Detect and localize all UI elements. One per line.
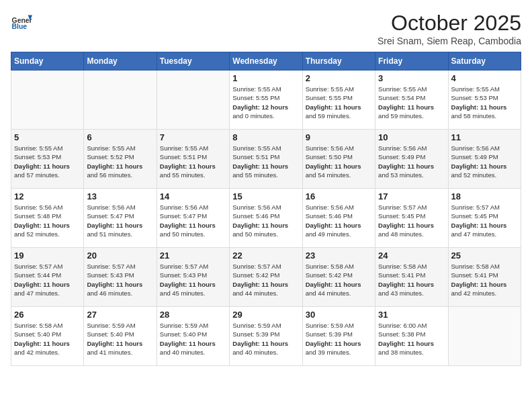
day-number: 22 xyxy=(232,250,299,261)
calendar-cell: 6Sunrise: 5:55 AMSunset: 5:52 PMDaylight… xyxy=(84,130,157,189)
calendar-cell xyxy=(84,71,157,130)
day-info: Sunrise: 6:00 AMSunset: 5:38 PMDaylight:… xyxy=(378,321,445,357)
calendar-cell: 10Sunrise: 5:56 AMSunset: 5:49 PMDayligh… xyxy=(375,130,448,189)
day-info: Sunrise: 5:57 AMSunset: 5:42 PMDaylight:… xyxy=(232,262,299,298)
day-info: Sunrise: 5:57 AMSunset: 5:45 PMDaylight:… xyxy=(378,203,445,238)
calendar-cell: 29Sunrise: 5:59 AMSunset: 5:39 PMDayligh… xyxy=(230,307,302,366)
day-info: Sunrise: 5:55 AMSunset: 5:55 PMDaylight:… xyxy=(232,85,299,120)
day-info: Sunrise: 5:58 AMSunset: 5:42 PMDaylight:… xyxy=(306,262,372,298)
day-number: 20 xyxy=(87,250,153,261)
day-number: 16 xyxy=(306,191,372,201)
day-info: Sunrise: 5:56 AMSunset: 5:48 PMDaylight:… xyxy=(14,203,81,238)
day-info: Sunrise: 5:55 AMSunset: 5:53 PMDaylight:… xyxy=(14,144,81,179)
day-info: Sunrise: 5:56 AMSunset: 5:49 PMDaylight:… xyxy=(451,144,518,179)
day-info: Sunrise: 5:55 AMSunset: 5:53 PMDaylight:… xyxy=(451,85,518,120)
calendar-title: October 2025 xyxy=(378,11,521,36)
day-number: 24 xyxy=(378,250,445,261)
col-wednesday: Wednesday xyxy=(230,52,302,71)
calendar-cell: 24Sunrise: 5:58 AMSunset: 5:41 PMDayligh… xyxy=(375,248,448,307)
day-info: Sunrise: 5:59 AMSunset: 5:39 PMDaylight:… xyxy=(306,321,372,357)
day-info: Sunrise: 5:59 AMSunset: 5:39 PMDaylight:… xyxy=(232,321,299,357)
day-number: 27 xyxy=(87,310,153,320)
calendar-cell: 12Sunrise: 5:56 AMSunset: 5:48 PMDayligh… xyxy=(11,189,84,248)
calendar-cell: 28Sunrise: 5:59 AMSunset: 5:40 PMDayligh… xyxy=(157,307,229,366)
calendar-cell: 5Sunrise: 5:55 AMSunset: 5:53 PMDaylight… xyxy=(11,130,84,189)
calendar-cell: 2Sunrise: 5:55 AMSunset: 5:55 PMDaylight… xyxy=(302,71,375,130)
calendar-cell: 16Sunrise: 5:56 AMSunset: 5:46 PMDayligh… xyxy=(302,189,375,248)
header-row: Sunday Monday Tuesday Wednesday Thursday… xyxy=(11,52,521,71)
calendar-table: Sunday Monday Tuesday Wednesday Thursday… xyxy=(11,52,521,366)
day-number: 2 xyxy=(306,73,372,83)
col-monday: Monday xyxy=(84,52,157,71)
logo: General Blue xyxy=(11,11,32,32)
day-info: Sunrise: 5:55 AMSunset: 5:52 PMDaylight:… xyxy=(87,144,153,179)
day-info: Sunrise: 5:56 AMSunset: 5:49 PMDaylight:… xyxy=(378,144,445,179)
calendar-week-2: 5Sunrise: 5:55 AMSunset: 5:53 PMDaylight… xyxy=(11,130,521,189)
col-tuesday: Tuesday xyxy=(157,52,229,71)
calendar-week-4: 19Sunrise: 5:57 AMSunset: 5:44 PMDayligh… xyxy=(11,248,521,307)
day-number: 13 xyxy=(87,191,153,201)
calendar-cell: 27Sunrise: 5:59 AMSunset: 5:40 PMDayligh… xyxy=(84,307,157,366)
day-info: Sunrise: 5:56 AMSunset: 5:47 PMDaylight:… xyxy=(160,203,226,238)
page-header: General Blue October 2025 Srei Snam, Sie… xyxy=(11,11,521,46)
calendar-cell: 23Sunrise: 5:58 AMSunset: 5:42 PMDayligh… xyxy=(302,248,375,307)
col-friday: Friday xyxy=(375,52,448,71)
day-number: 15 xyxy=(232,191,299,201)
calendar-cell: 30Sunrise: 5:59 AMSunset: 5:39 PMDayligh… xyxy=(302,307,375,366)
day-number: 25 xyxy=(451,250,518,261)
day-info: Sunrise: 5:57 AMSunset: 5:43 PMDaylight:… xyxy=(87,262,153,298)
day-info: Sunrise: 5:55 AMSunset: 5:55 PMDaylight:… xyxy=(306,85,372,120)
day-number: 4 xyxy=(451,73,518,83)
calendar-cell: 31Sunrise: 6:00 AMSunset: 5:38 PMDayligh… xyxy=(375,307,448,366)
day-number: 3 xyxy=(378,73,445,83)
calendar-cell: 18Sunrise: 5:57 AMSunset: 5:45 PMDayligh… xyxy=(448,189,521,248)
day-number: 6 xyxy=(87,132,153,142)
day-number: 19 xyxy=(14,250,81,261)
day-number: 5 xyxy=(14,132,81,142)
calendar-cell xyxy=(11,71,84,130)
day-info: Sunrise: 5:55 AMSunset: 5:54 PMDaylight:… xyxy=(378,85,445,120)
calendar-cell: 14Sunrise: 5:56 AMSunset: 5:47 PMDayligh… xyxy=(157,189,229,248)
calendar-cell xyxy=(157,71,229,130)
day-info: Sunrise: 5:55 AMSunset: 5:51 PMDaylight:… xyxy=(160,144,226,179)
day-info: Sunrise: 5:57 AMSunset: 5:45 PMDaylight:… xyxy=(451,203,518,238)
svg-text:Blue: Blue xyxy=(12,23,28,30)
day-number: 30 xyxy=(306,310,372,320)
title-block: October 2025 Srei Snam, Siem Reap, Cambo… xyxy=(378,11,521,46)
col-sunday: Sunday xyxy=(11,52,84,71)
calendar-cell: 26Sunrise: 5:58 AMSunset: 5:40 PMDayligh… xyxy=(11,307,84,366)
day-info: Sunrise: 5:58 AMSunset: 5:40 PMDaylight:… xyxy=(14,321,81,357)
calendar-cell: 22Sunrise: 5:57 AMSunset: 5:42 PMDayligh… xyxy=(230,248,302,307)
calendar-cell: 21Sunrise: 5:57 AMSunset: 5:43 PMDayligh… xyxy=(157,248,229,307)
logo-icon: General Blue xyxy=(11,11,32,32)
day-info: Sunrise: 5:56 AMSunset: 5:50 PMDaylight:… xyxy=(306,144,372,179)
calendar-cell: 7Sunrise: 5:55 AMSunset: 5:51 PMDaylight… xyxy=(157,130,229,189)
day-info: Sunrise: 5:56 AMSunset: 5:46 PMDaylight:… xyxy=(306,203,372,238)
calendar-cell: 4Sunrise: 5:55 AMSunset: 5:53 PMDaylight… xyxy=(448,71,521,130)
day-number: 28 xyxy=(160,310,226,320)
day-info: Sunrise: 5:58 AMSunset: 5:41 PMDaylight:… xyxy=(378,262,445,298)
calendar-cell: 17Sunrise: 5:57 AMSunset: 5:45 PMDayligh… xyxy=(375,189,448,248)
col-thursday: Thursday xyxy=(302,52,375,71)
day-number: 17 xyxy=(378,191,445,201)
day-info: Sunrise: 5:56 AMSunset: 5:47 PMDaylight:… xyxy=(87,203,153,238)
day-info: Sunrise: 5:55 AMSunset: 5:51 PMDaylight:… xyxy=(232,144,299,179)
calendar-week-1: 1Sunrise: 5:55 AMSunset: 5:55 PMDaylight… xyxy=(11,71,521,130)
day-number: 11 xyxy=(451,132,518,142)
calendar-cell: 1Sunrise: 5:55 AMSunset: 5:55 PMDaylight… xyxy=(230,71,302,130)
col-saturday: Saturday xyxy=(448,52,521,71)
calendar-cell: 9Sunrise: 5:56 AMSunset: 5:50 PMDaylight… xyxy=(302,130,375,189)
day-info: Sunrise: 5:59 AMSunset: 5:40 PMDaylight:… xyxy=(87,321,153,357)
calendar-week-3: 12Sunrise: 5:56 AMSunset: 5:48 PMDayligh… xyxy=(11,189,521,248)
day-number: 26 xyxy=(14,310,81,320)
day-number: 12 xyxy=(14,191,81,201)
calendar-cell xyxy=(448,307,521,366)
day-number: 21 xyxy=(160,250,226,261)
day-number: 10 xyxy=(378,132,445,142)
day-number: 9 xyxy=(306,132,372,142)
calendar-cell: 20Sunrise: 5:57 AMSunset: 5:43 PMDayligh… xyxy=(84,248,157,307)
calendar-cell: 3Sunrise: 5:55 AMSunset: 5:54 PMDaylight… xyxy=(375,71,448,130)
calendar-cell: 11Sunrise: 5:56 AMSunset: 5:49 PMDayligh… xyxy=(448,130,521,189)
day-info: Sunrise: 5:57 AMSunset: 5:44 PMDaylight:… xyxy=(14,262,81,298)
day-number: 7 xyxy=(160,132,226,142)
